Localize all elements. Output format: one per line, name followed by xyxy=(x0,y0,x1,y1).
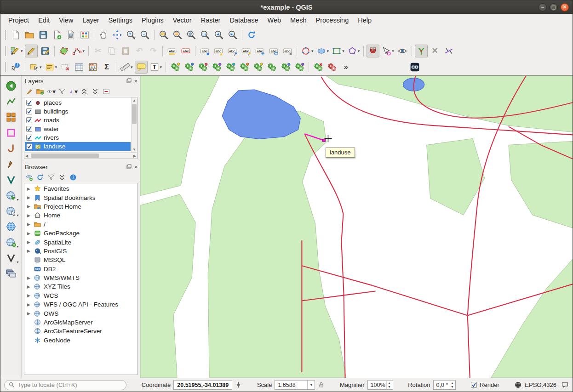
cancel-edits-button[interactable]: ✕ xyxy=(429,45,441,57)
browser-item-postgis[interactable]: ▶PostGIS xyxy=(24,247,137,256)
browser-item-geopackage[interactable]: ▶GeoPackage xyxy=(24,229,137,238)
rail-rectangle-outline[interactable] xyxy=(4,126,18,139)
layer-visibility-checkbox[interactable] xyxy=(26,117,32,123)
text-annotation-button[interactable]: T▾ xyxy=(149,61,163,74)
rail-freehand-spike[interactable] xyxy=(4,158,18,170)
refresh-map-button[interactable] xyxy=(245,28,258,41)
scroll-up-icon[interactable]: ▲ xyxy=(132,98,137,102)
enable-properties-widget-button[interactable]: i xyxy=(69,173,78,182)
change-label-properties-button[interactable]: abc xyxy=(281,45,294,57)
menu-web[interactable]: Web xyxy=(263,15,285,25)
map-canvas[interactable]: landuse xyxy=(140,76,573,378)
browser-item--[interactable]: ▶/ xyxy=(24,220,137,229)
toolbar-grip[interactable] xyxy=(4,62,7,72)
messages-icon[interactable] xyxy=(561,381,569,389)
crs-icon[interactable] xyxy=(514,381,522,389)
more-toolbars-button[interactable]: » xyxy=(339,61,352,74)
field-calculator-button[interactable] xyxy=(86,61,99,74)
digitize-regular-polygon-button[interactable]: ▾ xyxy=(346,45,361,57)
buffer-tool-button[interactable] xyxy=(196,61,209,74)
clip-tool-button[interactable] xyxy=(183,61,195,74)
expand-arrow-icon[interactable]: ▶ xyxy=(26,195,31,200)
current-edits-button[interactable]: ▾ xyxy=(9,45,24,57)
check-geometries-button[interactable] xyxy=(312,61,325,74)
filter-browser-button[interactable] xyxy=(46,173,56,182)
layer-row-buildings[interactable]: buildings xyxy=(25,107,131,116)
menu-edit[interactable]: Edit xyxy=(34,15,54,25)
processing-toolbox-button[interactable] xyxy=(169,61,182,74)
digitize-rectangle-button[interactable]: ▾ xyxy=(331,45,345,57)
union-tool-button[interactable] xyxy=(224,61,237,74)
select-by-form-button[interactable]: ▾ xyxy=(44,61,58,74)
snapping-mode-button[interactable]: ▾ xyxy=(380,45,395,57)
browser-item-ows[interactable]: ▶OWS xyxy=(24,309,137,318)
expand-arrow-icon[interactable]: ▶ xyxy=(26,213,31,218)
expand-arrow-icon[interactable]: ▶ xyxy=(26,311,31,316)
show-hidden-labels-button[interactable]: abc xyxy=(240,45,252,57)
zoom-next-button[interactable]: ▸ xyxy=(226,28,239,41)
enable-tracing-button[interactable] xyxy=(415,45,428,57)
maximize-button[interactable]: ▢ xyxy=(550,3,558,11)
eliminate-tool-button[interactable] xyxy=(293,61,306,74)
zoom-to-layer-button[interactable] xyxy=(185,28,198,41)
rotation-spinbox[interactable]: 0,0 ° ▲▼ xyxy=(433,380,456,390)
close-button[interactable]: ✕ xyxy=(561,3,569,11)
rail-globe-add[interactable]: ▾ xyxy=(4,236,18,248)
rotate-label-button[interactable]: abc xyxy=(267,45,280,57)
new-project-button[interactable] xyxy=(9,28,22,41)
new-print-layout-button[interactable] xyxy=(51,28,63,41)
scale-dropdown-arrow[interactable]: ▼ xyxy=(307,381,315,389)
rail-digitize-zigzag[interactable] xyxy=(4,95,18,108)
digitize-ellipse-button[interactable]: ▾ xyxy=(315,45,330,57)
layer-visibility-checkbox[interactable] xyxy=(26,135,32,141)
coordinate-input[interactable]: 20.51955,-34.01389 xyxy=(173,380,232,390)
save-project-button[interactable] xyxy=(37,28,50,41)
browser-item-project-home[interactable]: ▶Project Home xyxy=(24,202,137,211)
browser-item-wcs[interactable]: ▶WCS xyxy=(24,291,137,300)
magnifier-spinbox[interactable]: 100% ▲▼ xyxy=(367,380,393,390)
layer-row-rivers[interactable]: rivers xyxy=(25,133,131,142)
rail-globe-export[interactable]: ▾ xyxy=(4,189,18,201)
zoom-out-button[interactable]: − xyxy=(138,28,151,41)
scroll-left-icon[interactable]: ◀ xyxy=(25,154,28,158)
collapse-all-button[interactable] xyxy=(91,87,100,96)
symmetrical-difference-tool-button[interactable] xyxy=(279,61,292,74)
layer-labeling-options-button[interactable]: abc xyxy=(166,45,178,57)
layer-diagram-options-button[interactable]: abc xyxy=(179,45,192,57)
collapse-all-browser-button[interactable] xyxy=(57,173,67,182)
layer-row-landuse[interactable]: landuse xyxy=(25,142,131,151)
scale-combobox[interactable]: 1:6588 ▼ xyxy=(275,380,315,390)
rail-tile-squares[interactable] xyxy=(4,111,18,123)
layer-visibility-checkbox[interactable] xyxy=(26,143,32,149)
pan-to-selection-button[interactable] xyxy=(111,28,124,41)
browser-item-mssql[interactable]: MSSQL xyxy=(24,256,137,264)
rail-back-button[interactable] xyxy=(4,80,18,92)
crs-status[interactable]: EPSG:4326 xyxy=(525,381,556,388)
extents-toggle-icon[interactable] xyxy=(235,381,242,388)
refresh-browser-button[interactable] xyxy=(35,173,45,182)
move-label-button[interactable]: abc xyxy=(253,45,266,57)
toggle-editing-button[interactable] xyxy=(25,45,38,57)
browser-item-geonode[interactable]: GeoNode xyxy=(24,336,137,345)
filter-legend-button[interactable] xyxy=(57,87,67,96)
layers-vertical-scrollbar[interactable]: ▲ ▼ xyxy=(131,97,137,153)
scrollbar-thumb[interactable] xyxy=(31,153,99,158)
pan-map-button[interactable] xyxy=(97,28,110,41)
browser-item-xyz-tiles[interactable]: ▶XYZ Tiles xyxy=(24,282,137,291)
scrollbar-thumb[interactable] xyxy=(132,104,137,124)
expand-arrow-icon[interactable]: ▶ xyxy=(26,284,31,289)
browser-item-wms-wmts[interactable]: ▶WMS/WMTS xyxy=(24,273,137,282)
show-layout-manager-button[interactable] xyxy=(64,28,77,41)
remove-layer-button[interactable] xyxy=(102,87,111,96)
spin-arrows[interactable]: ▲▼ xyxy=(449,381,455,389)
layer-visibility-checkbox[interactable] xyxy=(26,108,32,114)
add-group-button[interactable] xyxy=(35,87,45,96)
intersection-tool-button[interactable] xyxy=(210,61,223,74)
layer-row-places[interactable]: places xyxy=(25,98,131,107)
minimize-button[interactable]: – xyxy=(539,3,547,11)
open-layer-styling-button[interactable] xyxy=(24,87,34,96)
render-checkbox[interactable] xyxy=(471,382,477,388)
browser-item-arcgismapserver[interactable]: ArcGisMapServer xyxy=(24,318,137,327)
statistical-summary-button[interactable]: Σ xyxy=(100,61,113,74)
add-polygon-feature-button[interactable] xyxy=(57,45,70,57)
